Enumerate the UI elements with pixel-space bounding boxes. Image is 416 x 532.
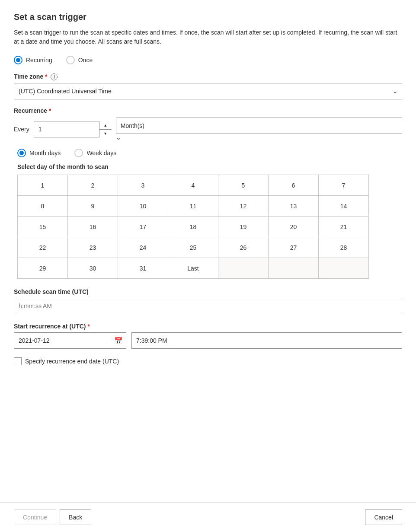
period-chevron-icon: ⌄ xyxy=(116,134,121,141)
cancel-button[interactable]: Cancel xyxy=(365,510,402,525)
timezone-info-icon[interactable]: i xyxy=(51,73,58,80)
calendar-day[interactable]: 2 xyxy=(68,175,118,196)
end-date-label: Specify recurrence end date (UTC) xyxy=(25,358,119,365)
month-days-option[interactable]: Month days xyxy=(17,149,61,157)
week-days-radio[interactable] xyxy=(74,149,83,157)
calendar-day[interactable]: 27 xyxy=(269,237,319,258)
once-label: Once xyxy=(78,57,93,64)
calendar-day[interactable]: 21 xyxy=(319,217,369,237)
month-days-radio[interactable] xyxy=(17,149,26,157)
calendar-day[interactable]: 24 xyxy=(118,237,168,258)
every-label: Every xyxy=(14,126,29,133)
calendar-day[interactable]: 13 xyxy=(269,196,319,217)
date-input-wrapper: 📅 xyxy=(14,332,126,349)
recurrence-row: Every ▲ ▼ Month(s) ⌄ xyxy=(14,118,402,141)
calendar-day[interactable]: 3 xyxy=(118,175,168,196)
calendar-day[interactable]: Last xyxy=(168,258,218,279)
timezone-required-star: * xyxy=(45,73,47,80)
calendar-day[interactable]: 17 xyxy=(118,217,168,237)
start-recurrence-required-star: * xyxy=(87,323,90,330)
recurring-label: Recurring xyxy=(26,57,52,64)
recurrence-time-input[interactable] xyxy=(131,332,402,349)
end-date-checkbox[interactable] xyxy=(14,357,22,365)
calendar-day[interactable]: 4 xyxy=(168,175,218,196)
calendar-day-empty xyxy=(269,258,319,279)
page-description: Set a scan trigger to run the scan at sp… xyxy=(14,28,402,46)
recurrence-label: Recurrence * xyxy=(14,107,402,114)
month-days-label: Month days xyxy=(29,150,61,156)
recurrence-section: Recurrence * Every ▲ ▼ Month(s) ⌄ xyxy=(14,107,402,141)
once-option[interactable]: Once xyxy=(66,56,93,64)
interval-wrapper: ▲ ▼ xyxy=(34,121,112,137)
spinner-down-button[interactable]: ▼ xyxy=(99,130,112,138)
calendar-day[interactable]: 12 xyxy=(218,196,269,217)
calendar-day[interactable]: 25 xyxy=(168,237,218,258)
recurrence-required-star: * xyxy=(49,107,51,114)
calendar-day[interactable]: 20 xyxy=(269,217,319,237)
timezone-section: Time zone * i (UTC) Coordinated Universa… xyxy=(14,73,402,99)
timezone-select[interactable]: (UTC) Coordinated Universal Time xyxy=(14,83,402,99)
date-input[interactable] xyxy=(14,332,126,349)
calendar-day[interactable]: 9 xyxy=(68,196,118,217)
calendar-day[interactable]: 23 xyxy=(68,237,118,258)
calendar-day[interactable]: 15 xyxy=(18,217,68,237)
calendar-day-empty xyxy=(218,258,269,279)
calendar-grid: 1234567891011121314151617181920212223242… xyxy=(17,175,369,279)
day-type-row: Month days Week days xyxy=(14,149,402,157)
start-recurrence-row: 📅 xyxy=(14,332,402,349)
calendar-day[interactable]: 16 xyxy=(68,217,118,237)
calendar-day-empty xyxy=(319,258,369,279)
period-select[interactable]: Month(s) xyxy=(116,118,402,134)
calendar-day[interactable]: 14 xyxy=(319,196,369,217)
calendar-day[interactable]: 18 xyxy=(168,217,218,237)
calendar-day[interactable]: 30 xyxy=(68,258,118,279)
spinner-up-button[interactable]: ▲ xyxy=(99,121,112,130)
calendar-day[interactable]: 29 xyxy=(18,258,68,279)
trigger-type-group: Recurring Once xyxy=(14,56,402,64)
calendar-day[interactable]: 28 xyxy=(319,237,369,258)
recurring-option[interactable]: Recurring xyxy=(14,56,52,64)
calendar-day[interactable]: 6 xyxy=(269,175,319,196)
calendar-section: Select day of the month to scan 12345678… xyxy=(14,163,402,279)
continue-button[interactable]: Continue xyxy=(14,510,56,525)
calendar-day[interactable]: 8 xyxy=(18,196,68,217)
spinner-buttons: ▲ ▼ xyxy=(99,121,112,137)
page-title: Set a scan trigger xyxy=(14,12,402,22)
once-radio[interactable] xyxy=(66,56,75,64)
calendar-day[interactable]: 31 xyxy=(118,258,168,279)
start-recurrence-label: Start recurrence at (UTC) * xyxy=(14,323,402,330)
footer: Continue Back Cancel xyxy=(0,502,416,532)
calendar-day[interactable]: 5 xyxy=(218,175,269,196)
calendar-label: Select day of the month to scan xyxy=(17,163,402,170)
recurring-radio[interactable] xyxy=(14,56,22,64)
period-select-wrapper: Month(s) ⌄ xyxy=(116,118,402,141)
end-date-row: Specify recurrence end date (UTC) xyxy=(14,357,402,365)
week-days-label: Week days xyxy=(86,150,116,156)
schedule-label: Schedule scan time (UTC) xyxy=(14,288,402,295)
calendar-day[interactable]: 26 xyxy=(218,237,269,258)
footer-left-buttons: Continue Back xyxy=(14,510,91,525)
calendar-day[interactable]: 1 xyxy=(18,175,68,196)
schedule-time-input[interactable] xyxy=(14,298,402,314)
week-days-option[interactable]: Week days xyxy=(74,149,116,157)
calendar-day[interactable]: 19 xyxy=(218,217,269,237)
calendar-day[interactable]: 22 xyxy=(18,237,68,258)
calendar-day[interactable]: 7 xyxy=(319,175,369,196)
timezone-label: Time zone * i xyxy=(14,73,402,80)
start-recurrence-section: Start recurrence at (UTC) * 📅 xyxy=(14,323,402,349)
timezone-select-wrapper: (UTC) Coordinated Universal Time ⌄ xyxy=(14,83,402,99)
back-button[interactable]: Back xyxy=(60,510,91,525)
calendar-day[interactable]: 10 xyxy=(118,196,168,217)
schedule-section: Schedule scan time (UTC) xyxy=(14,288,402,314)
calendar-day[interactable]: 11 xyxy=(168,196,218,217)
